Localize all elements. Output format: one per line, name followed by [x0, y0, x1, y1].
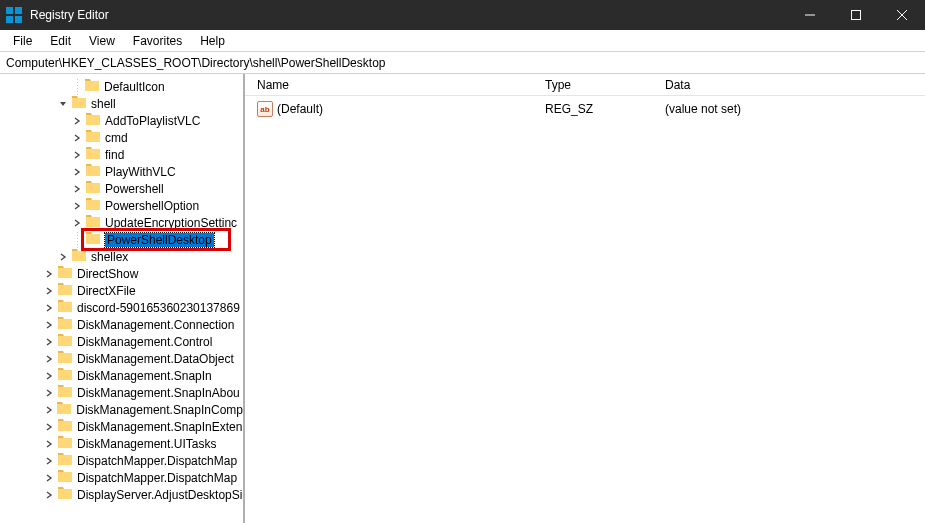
reg-string-icon: ab — [257, 101, 273, 117]
tree-item[interactable]: DispatchMapper.DispatchMap — [0, 469, 243, 486]
tree-item-label: DiskManagement.SnapInExten — [77, 420, 242, 434]
tree-item[interactable]: PowerShellDesktop — [0, 231, 243, 248]
chevron-right-icon[interactable] — [42, 352, 56, 366]
tree-item-label: DiskManagement.UITasks — [77, 437, 216, 451]
chevron-right-icon[interactable] — [42, 267, 56, 281]
minimize-button[interactable] — [787, 0, 833, 30]
menu-edit[interactable]: Edit — [41, 32, 80, 50]
tree-item-label: DiskManagement.Control — [77, 335, 212, 349]
tree-item[interactable]: DisplayServer.AdjustDesktopSi — [0, 486, 243, 503]
col-header-data[interactable]: Data — [661, 78, 925, 92]
folder-icon — [57, 384, 77, 401]
folder-icon — [85, 231, 105, 248]
tree-item-label: DiskManagement.SnapInAbou — [77, 386, 240, 400]
menubar: File Edit View Favorites Help — [0, 30, 925, 52]
folder-icon — [85, 146, 105, 163]
chevron-right-icon[interactable] — [70, 199, 84, 213]
chevron-right-icon[interactable] — [42, 301, 56, 315]
col-header-type[interactable]: Type — [541, 78, 661, 92]
folder-icon — [71, 95, 91, 112]
tree-item-label: DisplayServer.AdjustDesktopSi — [77, 488, 242, 502]
tree-item[interactable]: DiskManagement.SnapInExten — [0, 418, 243, 435]
chevron-right-icon[interactable] — [42, 403, 55, 417]
tree-item[interactable]: DiskManagement.DataObject — [0, 350, 243, 367]
chevron-right-icon[interactable] — [70, 148, 84, 162]
chevron-right-icon[interactable] — [42, 284, 56, 298]
col-header-name[interactable]: Name — [253, 78, 541, 92]
tree-item[interactable]: DiskManagement.SnapInAbou — [0, 384, 243, 401]
folder-icon — [85, 112, 105, 129]
values-panel: Name Type Data ab(Default)REG_SZ(value n… — [245, 74, 925, 523]
chevron-right-icon[interactable] — [70, 131, 84, 145]
value-name: (Default) — [277, 102, 323, 116]
values-list[interactable]: ab(Default)REG_SZ(value not set) — [245, 96, 925, 118]
tree-item-label: Powershell — [105, 182, 164, 196]
tree-item[interactable]: DiskManagement.Control — [0, 333, 243, 350]
chevron-right-icon[interactable] — [70, 165, 84, 179]
chevron-right-icon[interactable] — [42, 471, 56, 485]
tree-item[interactable]: DispatchMapper.DispatchMap — [0, 452, 243, 469]
menu-help[interactable]: Help — [191, 32, 234, 50]
menu-view[interactable]: View — [80, 32, 124, 50]
address-bar[interactable]: Computer\HKEY_CLASSES_ROOT\Directory\she… — [0, 52, 925, 74]
chevron-right-icon[interactable] — [42, 386, 56, 400]
tree-item[interactable]: DiskManagement.Connection — [0, 316, 243, 333]
chevron-right-icon[interactable] — [42, 488, 56, 502]
tree-item-label: PowershellOption — [105, 199, 199, 213]
chevron-right-icon[interactable] — [42, 318, 56, 332]
titlebar: Registry Editor — [0, 0, 925, 30]
chevron-right-icon[interactable] — [70, 114, 84, 128]
tree-item[interactable]: Powershell — [0, 180, 243, 197]
workspace: DefaultIconshellAddToPlaylistVLCcmdfindP… — [0, 74, 925, 523]
value-data: (value not set) — [661, 102, 925, 116]
tree-item[interactable]: discord-590165360230137869 — [0, 299, 243, 316]
tree-item-label: PowerShellDesktop — [105, 233, 214, 247]
maximize-button[interactable] — [833, 0, 879, 30]
tree-item-label: shell — [91, 97, 116, 111]
folder-icon — [57, 316, 77, 333]
menu-favorites[interactable]: Favorites — [124, 32, 191, 50]
tree-item[interactable]: DirectXFile — [0, 282, 243, 299]
tree-item[interactable]: cmd — [0, 129, 243, 146]
tree-item-label: cmd — [105, 131, 128, 145]
tree-item[interactable]: PlayWithVLC — [0, 163, 243, 180]
folder-icon — [57, 333, 77, 350]
tree-item-label: DirectShow — [77, 267, 138, 281]
folder-icon — [85, 180, 105, 197]
tree-item[interactable]: DirectShow — [0, 265, 243, 282]
menu-file[interactable]: File — [4, 32, 41, 50]
tree-item-label: DiskManagement.DataObject — [77, 352, 234, 366]
tree-item-label: DiskManagement.SnapInComp — [76, 403, 243, 417]
tree-item[interactable]: DiskManagement.SnapInComp — [0, 401, 243, 418]
chevron-right-icon[interactable] — [70, 182, 84, 196]
tree-item[interactable]: find — [0, 146, 243, 163]
chevron-right-icon[interactable] — [42, 454, 56, 468]
chevron-down-icon[interactable] — [56, 97, 70, 111]
chevron-right-icon[interactable] — [42, 369, 56, 383]
close-button[interactable] — [879, 0, 925, 30]
address-path: Computer\HKEY_CLASSES_ROOT\Directory\she… — [6, 56, 385, 70]
tree-item[interactable]: DiskManagement.UITasks — [0, 435, 243, 452]
folder-icon — [56, 401, 76, 418]
folder-icon — [57, 282, 77, 299]
tree-item-label: discord-590165360230137869 — [77, 301, 240, 315]
folder-icon — [57, 350, 77, 367]
folder-icon — [85, 163, 105, 180]
value-row[interactable]: ab(Default)REG_SZ(value not set) — [253, 100, 925, 118]
tree-item-label: DiskManagement.Connection — [77, 318, 234, 332]
chevron-right-icon[interactable] — [56, 250, 70, 264]
folder-icon — [71, 248, 91, 265]
tree-item-label: DirectXFile — [77, 284, 136, 298]
chevron-right-icon[interactable] — [42, 335, 56, 349]
tree-item[interactable]: AddToPlaylistVLC — [0, 112, 243, 129]
tree-item[interactable]: DiskManagement.SnapIn — [0, 367, 243, 384]
tree-item[interactable]: PowershellOption — [0, 197, 243, 214]
folder-icon — [57, 367, 77, 384]
folder-icon — [57, 435, 77, 452]
chevron-right-icon[interactable] — [42, 420, 56, 434]
value-type: REG_SZ — [541, 102, 661, 116]
tree-item[interactable]: DefaultIcon — [0, 78, 243, 95]
tree-item[interactable]: shell — [0, 95, 243, 112]
chevron-right-icon[interactable] — [42, 437, 56, 451]
tree-panel[interactable]: DefaultIconshellAddToPlaylistVLCcmdfindP… — [0, 74, 245, 523]
